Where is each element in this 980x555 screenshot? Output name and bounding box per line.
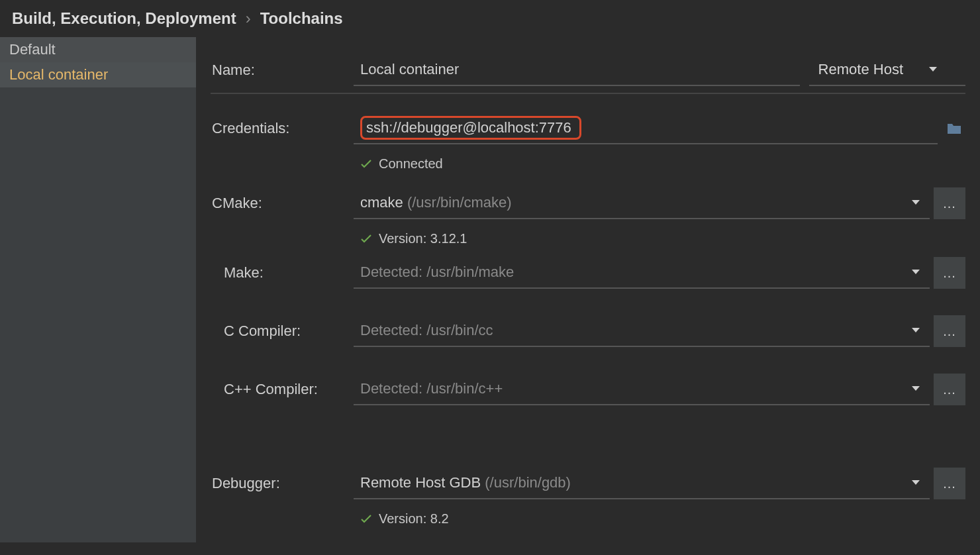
cmake-value: cmake (/usr/bin/cmake) [354,189,902,217]
sidebar-item-default[interactable]: Default [0,37,196,62]
toolchain-type-select[interactable]: Remote Host [809,54,965,86]
cmake-field[interactable]: cmake (/usr/bin/cmake) [354,187,930,219]
toolchain-form: Name: Local container Remote Host Creden… [196,37,980,542]
chevron-down-icon[interactable] [902,199,930,206]
name-label: Name: [211,62,354,79]
name-value[interactable]: Local container [354,56,800,83]
check-icon [360,234,372,244]
debugger-browse-button[interactable]: ... [934,468,965,499]
cxx-compiler-value: Detected: /usr/bin/c++ [354,375,902,403]
c-compiler-label: C Compiler: [211,323,354,340]
credentials-status: Connected [354,151,965,187]
credentials-status-text: Connected [379,156,443,172]
toolchain-list: Default Local container [0,37,196,542]
check-icon [360,515,372,524]
cxx-compiler-field[interactable]: Detected: /usr/bin/c++ [354,374,930,405]
credentials-field[interactable]: ssh://debugger@localhost:7776 [354,113,938,144]
make-label: Make: [211,264,354,281]
breadcrumb-parent[interactable]: Build, Execution, Deployment [12,9,236,28]
chevron-down-icon[interactable] [902,327,930,334]
c-compiler-value: Detected: /usr/bin/cc [354,317,902,344]
cxx-compiler-browse-button[interactable]: ... [934,374,965,405]
check-icon [360,160,372,169]
c-compiler-browse-button[interactable]: ... [934,315,965,347]
debugger-status-text: Version: 8.2 [379,511,449,527]
cmake-status-text: Version: 3.12.1 [379,231,467,246]
credentials-value: ssh://debugger@localhost:7776 [354,109,938,146]
cmake-browse-button[interactable]: ... [934,187,965,219]
breadcrumb: Build, Execution, Deployment › Toolchain… [0,0,980,37]
credentials-label: Credentials: [211,120,354,137]
chevron-down-icon[interactable] [902,385,930,392]
credentials-highlight: ssh://debugger@localhost:7776 [360,116,581,140]
make-value: Detected: /usr/bin/make [354,258,902,286]
make-browse-button[interactable]: ... [934,257,965,289]
c-compiler-field[interactable]: Detected: /usr/bin/cc [354,315,930,347]
debugger-label: Debugger: [211,475,354,492]
cmake-label: CMake: [211,195,354,212]
make-field[interactable]: Detected: /usr/bin/make [354,257,930,289]
chevron-down-icon[interactable] [902,479,930,486]
divider [211,93,965,94]
cxx-compiler-label: C++ Compiler: [211,381,354,398]
chevron-down-icon [919,66,947,73]
debugger-status: Version: 8.2 [354,506,965,542]
sidebar-item-local-container[interactable]: Local container [0,62,196,87]
cmake-status: Version: 3.12.1 [354,226,965,257]
debugger-value: Remote Host GDB (/usr/bin/gdb) [354,469,902,497]
debugger-field[interactable]: Remote Host GDB (/usr/bin/gdb) [354,468,930,499]
chevron-right-icon: › [246,9,251,28]
name-field[interactable]: Local container [354,54,800,86]
chevron-down-icon[interactable] [902,269,930,276]
breadcrumb-current: Toolchains [260,9,343,28]
toolchain-type-value: Remote Host [818,61,903,78]
folder-icon[interactable] [943,113,965,144]
